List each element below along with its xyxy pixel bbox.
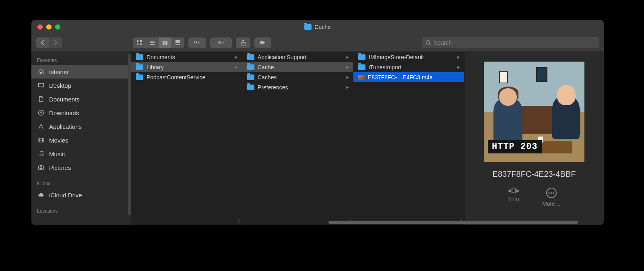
sidebar-item-documents[interactable]: Documents: [31, 92, 131, 106]
trim-button[interactable]: ◀▶ Trim: [508, 188, 520, 207]
more-button[interactable]: ••• More…: [542, 188, 561, 207]
svg-rect-10: [175, 40, 180, 43]
cloud-icon: [37, 191, 45, 199]
downloads-icon: [37, 109, 45, 117]
preview-filename: E837F8FC-4E23-4BBF: [493, 170, 576, 179]
toolbar: [31, 34, 604, 52]
close-window-button[interactable]: [37, 24, 43, 29]
column-browser: Documents ▶ Library ▶ PodcastContentServ…: [131, 52, 604, 225]
folder-row[interactable]: Library ▶: [131, 62, 242, 72]
column-3: IMImageStore-Default ▶ iTunesImport ▶ E8…: [353, 52, 464, 225]
horizontal-scrollbar[interactable]: [131, 220, 602, 224]
folder-icon: [136, 64, 143, 70]
action-menu[interactable]: [210, 37, 232, 48]
nav-buttons: [36, 37, 62, 48]
movies-icon: [37, 136, 45, 144]
folder-row[interactable]: Cache ▶: [242, 62, 353, 72]
back-button[interactable]: [36, 37, 49, 48]
sidebar-section-icloud: iCloud: [31, 178, 131, 188]
search-input[interactable]: [434, 39, 596, 46]
svg-point-26: [42, 154, 43, 155]
group-by[interactable]: [188, 37, 206, 48]
titlebar: Cache: [31, 20, 604, 34]
svg-point-19: [219, 42, 220, 43]
chevron-right-icon: ▶: [346, 65, 349, 69]
folder-row[interactable]: iTunesImport ▶: [353, 62, 464, 72]
tags-button[interactable]: [254, 37, 271, 48]
zoom-window-button[interactable]: [55, 24, 60, 29]
folder-icon: [247, 74, 254, 80]
svg-rect-2: [137, 43, 138, 45]
forward-button[interactable]: [49, 37, 62, 48]
folder-row[interactable]: PodcastContentService: [131, 72, 242, 82]
view-mode: [133, 37, 184, 48]
content-area: Favorites tsteiner Desktop Documents Dow…: [31, 52, 604, 225]
column-view-button[interactable]: [159, 37, 171, 48]
minimize-window-button[interactable]: [46, 24, 52, 29]
sidebar-item-music[interactable]: Music: [31, 147, 131, 161]
icon-view-button[interactable]: [133, 37, 146, 48]
search-field[interactable]: [422, 37, 599, 48]
sidebar: Favorites tsteiner Desktop Documents Dow…: [31, 52, 131, 225]
sidebar-item-downloads[interactable]: Downloads: [31, 106, 131, 120]
svg-rect-22: [39, 83, 44, 87]
svg-rect-12: [178, 44, 179, 45]
sidebar-scrollbar[interactable]: [128, 54, 131, 215]
folder-row[interactable]: Documents ▶: [131, 52, 242, 62]
trim-icon: ◀▶: [508, 188, 520, 193]
svg-rect-1: [140, 40, 142, 42]
svg-rect-15: [196, 41, 197, 41]
chevron-right-icon: ▶: [346, 75, 349, 79]
svg-rect-11: [175, 44, 177, 45]
list-view-button[interactable]: [146, 37, 159, 48]
preview-overlay-text: HTTP 203: [488, 140, 542, 153]
sidebar-item-icloud-drive[interactable]: iCloud Drive: [31, 188, 131, 202]
folder-icon: [247, 54, 254, 60]
svg-rect-27: [39, 166, 44, 170]
finder-window: Cache: [31, 20, 604, 225]
sidebar-item-pictures[interactable]: Pictures: [31, 161, 131, 174]
svg-rect-6: [150, 44, 155, 45]
svg-rect-7: [163, 41, 164, 45]
svg-rect-14: [194, 41, 195, 41]
more-icon: •••: [546, 188, 557, 198]
window-controls: [37, 24, 60, 29]
file-row[interactable]: E837F8FC-…E4FC3.m4a: [353, 72, 464, 82]
sidebar-item-applications[interactable]: Applications: [31, 120, 131, 133]
folder-icon: [136, 54, 143, 60]
preview-thumbnail[interactable]: HTTP 203: [484, 62, 584, 162]
file-thumbnail-icon: [358, 75, 365, 80]
music-icon: [37, 150, 45, 158]
svg-rect-16: [194, 42, 195, 43]
svg-rect-13: [179, 44, 180, 45]
folder-row[interactable]: IMImageStore-Default ▶: [353, 52, 464, 62]
svg-rect-4: [150, 41, 155, 41]
sidebar-item-home[interactable]: tsteiner: [31, 65, 131, 79]
share-button[interactable]: [236, 37, 250, 48]
svg-point-21: [426, 41, 430, 44]
column-2: Application Support ▶ Cache ▶ Caches ▶ P…: [242, 52, 353, 225]
sidebar-section-favorites: Favorites: [31, 55, 131, 65]
column-1: Documents ▶ Library ▶ PodcastContentServ…: [131, 52, 242, 225]
search-icon: [425, 39, 431, 46]
preview-pane: HTTP 203 E837F8FC-4E23-4BBF ◀▶ Trim ••• …: [464, 52, 604, 225]
svg-point-28: [40, 167, 42, 169]
folder-icon: [136, 74, 143, 80]
sidebar-item-desktop[interactable]: Desktop: [31, 79, 131, 92]
svg-rect-8: [165, 41, 166, 45]
folder-row[interactable]: Caches ▶: [242, 72, 353, 82]
folder-row[interactable]: Application Support ▶: [242, 52, 353, 62]
svg-rect-5: [150, 42, 155, 43]
sidebar-section-locations: Locations: [31, 206, 131, 215]
svg-rect-17: [196, 42, 197, 43]
gallery-view-button[interactable]: [171, 37, 184, 48]
svg-rect-0: [137, 40, 138, 42]
svg-point-25: [39, 155, 40, 156]
sidebar-item-movies[interactable]: Movies: [31, 133, 131, 147]
chevron-right-icon: ▶: [235, 55, 238, 59]
folder-row[interactable]: Preferences ▶: [242, 82, 353, 92]
window-title-text: Cache: [314, 24, 330, 30]
folder-icon: [247, 85, 254, 90]
applications-icon: [37, 122, 45, 130]
folder-icon: [358, 64, 365, 70]
